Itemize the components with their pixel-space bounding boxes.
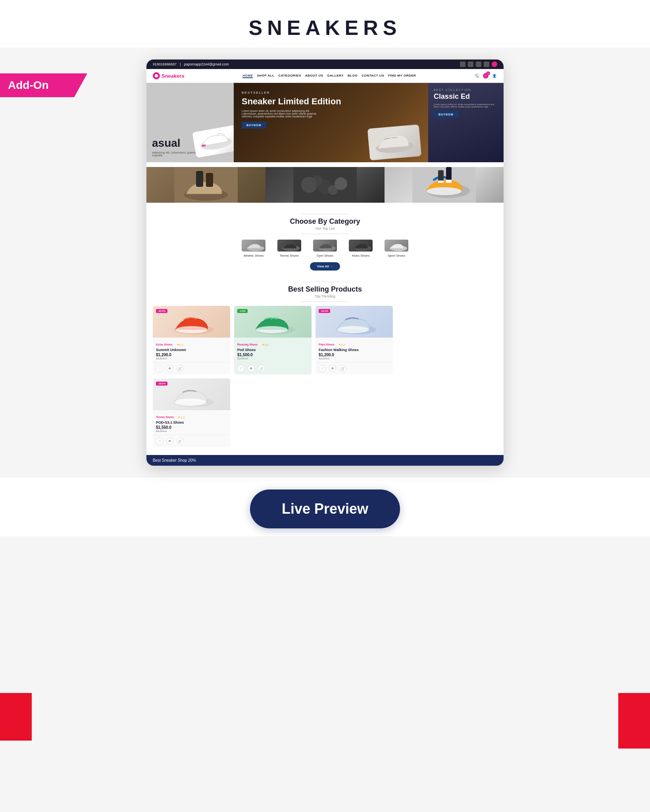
best-selling-section: Best Selling Products Top Trending -20.0… [146, 275, 504, 455]
category-row: Athletic Shoes Tennis Shoes [153, 240, 497, 257]
product-category-2: Running Shoes ★ 0.0 [237, 340, 308, 347]
search-icon[interactable]: 🔍 [474, 73, 480, 79]
wishlist-btn-4[interactable]: ♡ [156, 438, 163, 445]
kicks-shoe-img [349, 240, 373, 251]
cart-btn-1[interactable]: 🛒 [177, 365, 184, 372]
product-name-3: Fashion Walking Shoes [319, 348, 390, 352]
facebook-icon[interactable] [460, 61, 465, 67]
category-item-athletic[interactable]: Athletic Shoes [242, 240, 265, 257]
top-bar: 919016996697 | papornapp2244@gmail.com [146, 60, 504, 69]
cart-btn-2[interactable]: 🛒 [258, 365, 265, 372]
hero-center-title: Sneaker Limited Edition [242, 97, 420, 106]
gym-shoes-label: Gym Shoes [317, 254, 333, 257]
red-accent-right [618, 693, 650, 749]
products-grid-row2: -38.0% Tennis Shoes ★ 0.0 POD-S3.1 Shoes [153, 378, 497, 447]
category-section-title: Choose By Category [153, 217, 497, 226]
gallery-item-2 [265, 167, 385, 203]
view-btn-4[interactable]: 👁 [166, 438, 173, 445]
nav-logo: Sneakers [153, 72, 185, 79]
product-stars-2: ★ 0.0 [262, 343, 269, 346]
best-selling-divider-bottom [301, 301, 349, 302]
section-divider-bottom [301, 234, 349, 234]
wishlist-btn-3[interactable]: ♡ [319, 365, 326, 372]
product-badge-3: -20.0% [319, 309, 330, 313]
sport-shoe-img [385, 240, 408, 251]
phone-number: 919016996697 [153, 62, 177, 66]
logo-icon [153, 72, 160, 79]
nav-link-contact[interactable]: CONTACT US [362, 74, 384, 78]
cart-btn-4[interactable]: 🛒 [177, 438, 184, 445]
instagram-icon[interactable] [476, 61, 481, 67]
view-all-button[interactable]: View All → [310, 262, 340, 271]
account-icon[interactable]: 👤 [492, 73, 497, 79]
product-category-1: Kicks Shoes ★ 0.0 [156, 340, 227, 347]
category-section: Choose By Category Our Top List Athletic… [146, 203, 504, 275]
cart-btn-3[interactable]: 🛒 [339, 365, 346, 372]
product-info-1: Kicks Shoes ★ 0.0 Summit Unknown $1,200.… [153, 338, 230, 362]
top-bar-left: 919016996697 | papornapp2244@gmail.com [153, 62, 229, 66]
nav-link-categories[interactable]: CATEGORIES [278, 74, 301, 78]
nav-link-shopall[interactable]: SHOP ALL [257, 74, 274, 78]
best-selling-divider-top [301, 282, 349, 282]
twitter-icon[interactable] [468, 61, 473, 67]
nav-link-blog[interactable]: BLOG [348, 74, 358, 78]
best-selling-title: Best Selling Products [153, 285, 497, 294]
category-item-tennis[interactable]: Tennis Shoes [277, 240, 301, 257]
gallery-item-3 [385, 167, 504, 203]
svg-point-12 [312, 175, 323, 186]
svg-rect-20 [438, 180, 444, 183]
hero-center-desc: Lorem ipsum dolor sit, amet consectetur … [242, 109, 321, 118]
category-item-sport[interactable]: Sport Shoes [385, 240, 408, 257]
hero-right-button[interactable]: BUYNOW [434, 111, 458, 118]
svg-point-13 [328, 185, 338, 195]
product-price-3: $1,200.0 [319, 353, 390, 357]
product-stars-3: ★ 0.0 [338, 343, 345, 346]
category-item-kicks[interactable]: Kicks Shoes [349, 240, 373, 257]
product-old-price-2: $1,600.0 [237, 357, 308, 360]
hero-right-title: Classic Ed [434, 93, 498, 101]
page-title: SNEAKERS [0, 16, 650, 40]
view-btn-2[interactable]: 👁 [248, 365, 255, 372]
live-preview-button[interactable]: Live Preview [250, 490, 400, 528]
nav-bar: Sneakers HOME SHOP ALL CATEGORIES ABOUT … [146, 69, 504, 83]
product-info-2: Running Shoes ★ 0.0 Pod Shoes $1,500.0 $… [234, 338, 312, 362]
product-card-1: -20.0% Kicks Shoes ★ 0.0 Summit Unknown [153, 306, 230, 374]
svg-rect-7 [206, 173, 213, 187]
svg-rect-19 [446, 180, 452, 183]
sport-shoes-label: Sport Shoes [388, 254, 405, 257]
view-btn-3[interactable]: 👁 [329, 365, 336, 372]
linkedin-icon[interactable] [484, 61, 489, 67]
nav-logo-text: Sneakers [162, 73, 185, 79]
product-card-4: -38.0% Tennis Shoes ★ 0.0 POD-S3.1 Shoes [153, 378, 230, 447]
nav-link-aboutus[interactable]: ABOUT US [305, 74, 323, 78]
addon-badge: Add-On [0, 73, 87, 97]
category-section-subtitle: Our Top List [153, 227, 497, 230]
product-category-4: Tennis Shoes ★ 0.0 [156, 413, 227, 420]
ticker-text: Best Sneaker Shop 20% [153, 458, 196, 463]
svg-rect-18 [438, 170, 444, 181]
hero-right-subtitle: BEST COLLECTION [434, 88, 498, 91]
view-btn-1[interactable]: 👁 [166, 365, 173, 372]
svg-point-16 [427, 187, 462, 195]
athletic-shoe-img [242, 240, 265, 251]
cart-icon[interactable]: 🛒 1 [483, 73, 488, 79]
hero-center-button[interactable]: BUYNOW [242, 122, 266, 129]
hero-center-shoe [367, 124, 421, 160]
wishlist-btn-2[interactable]: ♡ [237, 365, 244, 372]
wishlist-btn-1[interactable]: ♡ [156, 365, 163, 372]
product-name-1: Summit Unknown [156, 348, 227, 352]
svg-rect-17 [446, 167, 452, 181]
products-grid: -20.0% Kicks Shoes ★ 0.0 Summit Unknown [153, 306, 497, 374]
category-item-gym[interactable]: Gym Shoes [313, 240, 337, 257]
nav-link-home[interactable]: HOME [242, 74, 253, 78]
product-price-1: $1,200.0 [156, 353, 227, 357]
svg-point-31 [337, 326, 369, 333]
nav-link-gallery[interactable]: GALLERY [327, 74, 344, 78]
nav-link-findorder[interactable]: FIND MY ORDER [388, 74, 416, 78]
hero-right: BEST COLLECTION Classic Ed Lorem ipsum d… [428, 83, 504, 162]
user-icon[interactable] [492, 61, 497, 67]
product-card-2: -4.3% Running Shoes ★ 0.0 Pod [234, 306, 312, 374]
hero-section: asual adipisicing elit. Laboriosam, quae… [146, 83, 504, 162]
svg-point-27 [176, 326, 208, 333]
email-address: papornapp2244@gmail.com [184, 62, 229, 66]
